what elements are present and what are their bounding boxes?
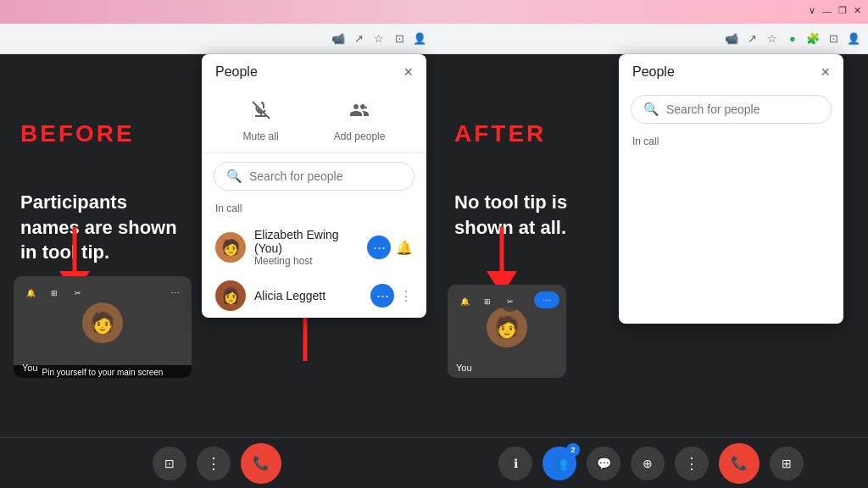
network-btn[interactable]: ⊞ — [770, 446, 804, 480]
search-icon-after: 🔍 — [643, 102, 659, 117]
video-avatar-after: 🧑 — [487, 307, 527, 347]
people-panel-before: People × Mute all — [202, 54, 426, 318]
more-btn-video-after[interactable]: ⋯ — [534, 291, 559, 308]
notif-btn-elizabeth[interactable]: 🔔 — [396, 240, 413, 256]
mute-all-icon — [244, 93, 278, 127]
puzzle-icon: 🧩 — [805, 31, 821, 47]
before-description: Participants names are shown in tool tip… — [20, 190, 190, 265]
panel-title-before: People — [215, 64, 258, 80]
search-box-after[interactable]: 🔍 — [631, 95, 832, 124]
add-people-label: Add people — [334, 130, 386, 142]
participant-name-elizabeth: Elizabeth Ewing (You) — [254, 228, 359, 255]
before-label: BEFORE — [20, 120, 135, 147]
bottom-toolbar-left: ⊡ ⋮ 📞 — [0, 437, 434, 488]
people-badge: 2 — [566, 443, 580, 457]
extend-icon: ⊡ — [392, 31, 407, 47]
video-avatar-before: 🧑 — [82, 302, 123, 343]
after-label: AFTER — [454, 120, 546, 147]
avatar-elizabeth: 🧑 — [215, 232, 246, 263]
notif-btn-alicia[interactable]: ⋮ — [399, 288, 413, 304]
people-btn[interactable]: 👥 2 — [542, 446, 576, 480]
panel-header-after: People × — [619, 54, 843, 86]
browser-toolbar-right: 📹 ↗ ☆ ● 🧩 ⊡ 👤 — [434, 24, 868, 54]
more-btn-video[interactable]: ⋯ — [164, 283, 185, 303]
search-input-before[interactable] — [249, 169, 402, 183]
chat-btn[interactable]: 💬 — [587, 446, 620, 480]
extend-icon-right: ⊡ — [826, 31, 841, 47]
search-input-after[interactable] — [666, 103, 819, 116]
add-people-item[interactable]: Add people — [334, 93, 386, 142]
mute-all-item[interactable]: Mute all — [243, 93, 279, 142]
scissors-icon: ✂ — [68, 283, 88, 303]
pin-tooltip: Pin yourself to your main screen — [14, 365, 192, 378]
info-btn[interactable]: ℹ — [498, 446, 532, 480]
after-panel: ∨ — ❐ ✕ 📹 ↗ ☆ ● 🧩 ⊡ 👤 AFTER No tool tip … — [434, 0, 868, 488]
video-tile-name-before: You — [22, 363, 38, 373]
toolbar-icons-right: 📹 ↗ ☆ ● 🧩 ⊡ 👤 — [724, 24, 861, 53]
close-btn-after[interactable]: × — [821, 64, 830, 80]
participant-row-alicia: 👩 Alicia Leggett ⋯ ⋮ — [202, 274, 426, 318]
grid-icon-after: ⊞ — [477, 291, 498, 312]
avatar-icon: 👤 — [412, 31, 427, 47]
panel-title-after: People — [632, 64, 675, 80]
star-icon-right: ☆ — [765, 31, 780, 47]
add-people-icon — [342, 93, 376, 127]
bottom-toolbar-right: ℹ 👥 2 💬 ⊕ ⋮ 📞 ⊞ — [434, 437, 868, 488]
activities-btn[interactable]: ⊕ — [631, 446, 665, 480]
video-tile-name-after: You — [456, 363, 472, 373]
participant-role-elizabeth: Meeting host — [254, 255, 359, 267]
share-icon-right: ↗ — [744, 31, 760, 47]
grid-icon: ⊞ — [44, 283, 64, 303]
star-icon: ☆ — [371, 31, 387, 47]
avatar-icon-right: 👤 — [846, 31, 861, 47]
maximize-btn-right[interactable]: ❐ — [838, 5, 847, 16]
close-btn-right[interactable]: ✕ — [854, 5, 861, 16]
in-call-label-before: In call — [202, 199, 426, 221]
participant-row-elizabeth: 🧑 Elizabeth Ewing (You) Meeting host ⋯ 🔔 — [202, 221, 426, 274]
video-controls-after: ⋯ — [534, 291, 559, 308]
participant-actions-elizabeth: ⋯ 🔔 — [367, 236, 413, 259]
top-gradient-left — [0, 0, 434, 24]
extension-icon: ● — [785, 31, 800, 47]
participant-info-elizabeth: Elizabeth Ewing (You) Meeting host — [254, 228, 359, 267]
video-icon-right: 📹 — [724, 31, 739, 47]
video-controls-before: ⋯ — [164, 283, 185, 303]
in-call-label-after: In call — [619, 132, 843, 154]
empty-panel-area — [619, 154, 843, 324]
restore-btn-right[interactable]: — — [822, 6, 832, 16]
participant-name-alicia: Alicia Leggett — [254, 289, 362, 302]
end-call-btn-left[interactable]: 📞 — [241, 443, 281, 484]
more-btn-elizabeth[interactable]: ⋯ — [367, 236, 391, 259]
win-controls-right: ∨ — ❐ ✕ — [809, 5, 861, 16]
more-options-btn-left[interactable]: ⋮ — [197, 446, 231, 480]
before-panel: 📹 ↗ ☆ ⊡ 👤 BEFORE Participants names are … — [0, 0, 434, 488]
share-icon: ↗ — [351, 31, 366, 47]
more-btn-alicia[interactable]: ⋯ — [370, 284, 394, 308]
notif-icon-after: 🔔 — [454, 291, 475, 312]
video-tile-after: 🧑 ⋯ 🔔 ⊞ ✂ You — [448, 285, 566, 378]
video-tile-before: 🧑 ⋯ 🔔 ⊞ ✂ Pin yourself to your main scre… — [14, 276, 192, 378]
search-icon-before: 🔍 — [226, 169, 242, 184]
browser-toolbar-left: 📹 ↗ ☆ ⊡ 👤 — [0, 24, 434, 54]
pin-icon: 🔔 — [20, 283, 41, 303]
scissors-icon-after: ✂ — [500, 291, 520, 312]
close-btn-before[interactable]: × — [403, 64, 413, 80]
participant-info-alicia: Alicia Leggett — [254, 289, 362, 302]
panel-header-before: People × — [202, 54, 426, 86]
panel-actions-before: Mute all Add people — [202, 86, 426, 153]
avatar-alicia: 👩 — [215, 280, 246, 311]
participant-actions-alicia: ⋯ ⋮ — [370, 284, 413, 308]
top-gradient-right: ∨ — ❐ ✕ — [434, 0, 868, 24]
search-box-before[interactable]: 🔍 — [214, 162, 415, 191]
end-call-btn-right[interactable]: 📞 — [719, 443, 760, 484]
minimize-btn-right[interactable]: ∨ — [809, 5, 815, 16]
people-panel-after: People × 🔍 In call — [619, 54, 843, 324]
more-options-btn-right[interactable]: ⋮ — [675, 446, 709, 480]
mute-all-label: Mute all — [243, 130, 279, 142]
layout-btn[interactable]: ⊡ — [153, 446, 186, 480]
video-icon: 📹 — [331, 31, 346, 47]
toolbar-icons-left: 📹 ↗ ☆ ⊡ 👤 — [331, 24, 427, 53]
